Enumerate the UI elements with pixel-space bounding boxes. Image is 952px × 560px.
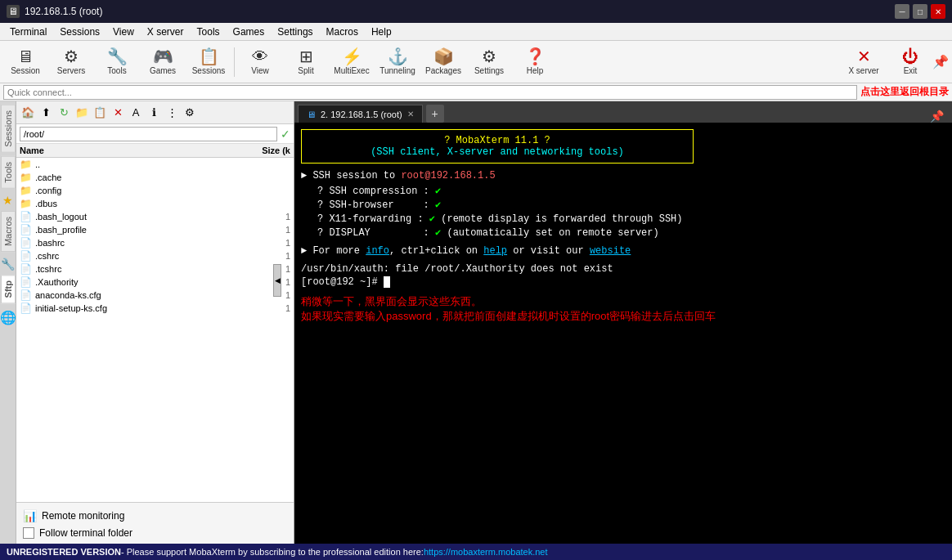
file-item-name: anaconda-ks.cfg [35,290,241,300]
close-button[interactable]: ✕ [931,4,945,19]
quick-connect-input[interactable] [3,85,857,100]
toolbar-help-label: Help [527,66,544,75]
file-refresh-button[interactable]: ↻ [56,105,72,121]
info-link[interactable]: info [366,245,389,257]
list-item[interactable]: 📁.config [16,184,294,197]
path-ok-icon: ✓ [281,128,290,141]
follow-terminal-section: Follow terminal folder [23,526,287,540]
list-item[interactable]: 📁.cache [16,171,294,184]
toolbar-servers-label: Servers [57,66,85,75]
folder-icon: 📁 [20,159,32,170]
file-item-name: .cshrc [35,251,241,261]
terminal-content[interactable]: ? MobaXterm 11.1 ? (SSH client, X-server… [294,123,952,544]
file-delete-button[interactable]: ✕ [110,105,126,121]
list-item[interactable]: 📄.bash_logout1 [16,210,294,223]
toolbar-servers[interactable]: ⚙ Servers [49,43,93,81]
terminal-welcome-box: ? MobaXterm 11.1 ? (SSH client, X-server… [301,129,945,164]
new-tab-button[interactable]: + [426,105,444,123]
list-item[interactable]: 📄.tcshrc1 [16,262,294,276]
website-link[interactable]: website [590,245,631,257]
prompt-line: [root@192 ~]# [301,276,945,288]
path-input[interactable] [20,127,277,141]
file-item-name: .tcshrc [35,264,241,274]
file-upload-button[interactable]: ⬆ [38,105,54,121]
tab-close-button[interactable]: ✕ [407,110,414,119]
toolbar-settings[interactable]: ⚙ Settings [467,43,511,81]
toolbar-split[interactable]: ⊞ Split [284,43,328,81]
wrench-icon[interactable]: 🔧 [0,255,16,273]
menu-macros[interactable]: Macros [320,25,365,39]
sidebar-sessions-tab[interactable]: Sessions [1,105,16,153]
sidebar-tools-tab[interactable]: Tools [1,156,16,189]
toolbar-view[interactable]: 👁 View [238,43,282,81]
status-message: - Please support MobaXterm by subscribin… [121,547,424,557]
tab-icon: 🖥 [307,110,316,119]
list-item[interactable]: 📄anaconda-ks.cfg1 [16,289,294,302]
annotation-text: 稍微等一下，黑界面会显示这些东西。 如果现实需要输入password，那就把前面… [301,294,945,324]
file-more-button[interactable]: ⋮ [164,105,180,121]
minimize-button[interactable]: ─ [895,4,909,19]
file-toolbar: 🏠 ⬆ ↻ 📁 📋 ✕ A ℹ ⋮ ⚙ [16,101,294,124]
menu-settings[interactable]: Settings [271,25,319,39]
help-link[interactable]: help [483,245,507,257]
file-icon: 📄 [20,302,32,314]
toolbar-packages-label: Packages [425,66,461,75]
ssh-compression-line: ? SSH compression : ✔ [301,185,945,197]
list-item[interactable]: 📄initial-setup-ks.cfg1 [16,302,294,315]
title-bar: 🖥 192.168.1.5 (root) ─ □ ✕ [0,0,952,23]
toolbar-sep1 [234,47,235,77]
file-settings-button[interactable]: ⚙ [182,105,198,121]
file-rename-button[interactable]: A [128,105,144,121]
main-container: 🖥 192.168.1.5 (root) ─ □ ✕ Terminal Sess… [0,0,952,560]
xauth-line: /usr/bin/xauth: file /root/.Xauthority d… [301,263,945,275]
menu-xserver[interactable]: X server [141,25,191,39]
menu-help[interactable]: Help [365,25,398,39]
display-line: ? DISPLAY : ✔ (automatically set on remo… [301,226,945,239]
toolbar-sessions[interactable]: 📋 Sessions [186,43,231,81]
file-info-button[interactable]: ℹ [146,105,162,121]
toolbar-multiexec[interactable]: ⚡ MultiExec [330,43,374,81]
pin-button[interactable]: 📌 [925,110,949,123]
list-item[interactable]: 📄.bash_profile1 [16,223,294,236]
file-item-size: 1 [241,290,290,300]
list-item[interactable]: 📄.bashrc1 [16,236,294,249]
maximize-button[interactable]: □ [913,4,927,19]
follow-terminal-checkbox[interactable] [23,527,34,539]
list-item[interactable]: 📄.Xauthority1 [16,276,294,289]
toolbar-xserver[interactable]: ✕ X server [839,43,888,81]
menu-view[interactable]: View [106,25,141,39]
toolbar-pin[interactable]: 📌 [932,54,949,69]
menu-sessions[interactable]: Sessions [53,25,106,39]
list-item[interactable]: 📄.cshrc1 [16,249,294,262]
annotation-back-label: 点击这里返回根目录 [860,85,949,99]
file-icon: 📄 [20,237,32,249]
file-icon: 📄 [20,289,32,301]
toolbar-session[interactable]: 🖥 Session [3,43,47,81]
sidebar-sftp-tab[interactable]: Sftp [1,275,16,303]
list-item[interactable]: 📁.dbus [16,197,294,210]
globe-icon[interactable]: 🌐 [0,307,18,328]
menu-tools[interactable]: Tools [191,25,227,39]
list-item[interactable]: 📁.. [16,158,294,171]
panel-collapse-button[interactable]: ◀ [273,264,281,297]
menu-games[interactable]: Games [227,25,272,39]
star-icon[interactable]: ★ [1,191,15,209]
file-list: 📁..📁.cache📁.config📁.dbus📄.bash_logout1📄.… [16,158,294,502]
mobatek-link[interactable]: https://mobaxterm.mobatek.net [424,547,548,557]
sidebar-macros-tab[interactable]: Macros [1,211,16,252]
col-size-header: Size (k [241,146,290,155]
toolbar-tools[interactable]: 🔧 Tools [95,43,139,81]
file-copy-button[interactable]: 📋 [92,105,108,121]
menu-terminal[interactable]: Terminal [3,25,53,39]
toolbar-packages[interactable]: 📦 Packages [421,43,465,81]
tools-icon: 🔧 [107,48,128,65]
terminal-tab[interactable]: 🖥 2. 192.168.1.5 (root) ✕ [298,105,423,123]
file-home-button[interactable]: 🏠 [20,105,36,121]
toolbar-games[interactable]: 🎮 Games [141,43,185,81]
toolbar-tunneling[interactable]: ⚓ Tunneling [375,43,420,81]
toolbar-help[interactable]: ❓ Help [513,43,557,81]
remote-monitoring-section: 📊 Remote monitoring [23,506,287,526]
file-newfolder-button[interactable]: 📁 [74,105,90,121]
toolbar-exit[interactable]: ⏻ Exit [890,43,931,81]
folder-icon: 📁 [20,172,32,183]
